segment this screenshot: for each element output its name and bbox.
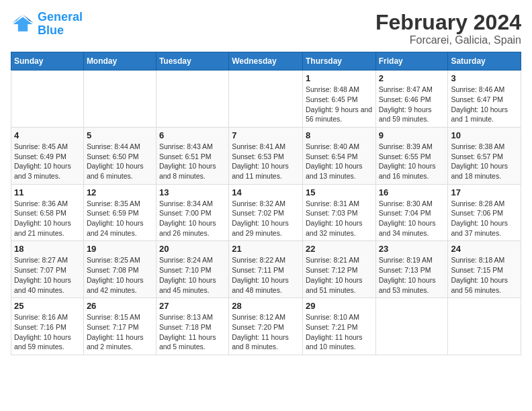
calendar-cell: 7Sunrise: 8:41 AMSunset: 6:53 PMDaylight…: [229, 127, 303, 184]
day-info: Sunrise: 8:39 AMSunset: 6:55 PMDaylight:…: [379, 142, 445, 181]
title-block: February 2024 Forcarei, Galicia, Spain: [375, 11, 521, 46]
page-header: General Blue February 2024 Forcarei, Gal…: [11, 11, 521, 46]
day-number: 18: [14, 244, 81, 254]
day-number: 10: [451, 130, 518, 140]
day-info: Sunrise: 8:36 AMSunset: 6:58 PMDaylight:…: [14, 199, 81, 238]
day-number: 16: [379, 187, 445, 197]
calendar-cell: 17Sunrise: 8:28 AMSunset: 7:06 PMDayligh…: [448, 184, 521, 241]
calendar-cell: 12Sunrise: 8:35 AMSunset: 6:59 PMDayligh…: [83, 184, 156, 241]
day-number: 19: [87, 244, 153, 254]
calendar-cell: 10Sunrise: 8:38 AMSunset: 6:57 PMDayligh…: [448, 127, 521, 184]
day-number: 24: [451, 244, 518, 254]
calendar-cell: 5Sunrise: 8:44 AMSunset: 6:50 PMDaylight…: [83, 127, 156, 184]
day-number: 5: [87, 130, 153, 140]
day-info: Sunrise: 8:22 AMSunset: 7:11 PMDaylight:…: [232, 255, 300, 295]
day-info: Sunrise: 8:25 AMSunset: 7:08 PMDaylight:…: [87, 255, 153, 295]
calendar-cell: [229, 71, 303, 128]
day-info: Sunrise: 8:44 AMSunset: 6:50 PMDaylight:…: [87, 142, 153, 181]
calendar-cell: 22Sunrise: 8:21 AMSunset: 7:12 PMDayligh…: [302, 241, 375, 298]
day-info: Sunrise: 8:48 AMSunset: 6:45 PMDaylight:…: [306, 85, 373, 124]
day-number: 1: [306, 73, 373, 83]
logo: General Blue: [11, 11, 83, 38]
day-info: Sunrise: 8:34 AMSunset: 7:00 PMDaylight:…: [159, 199, 226, 238]
day-info: Sunrise: 8:24 AMSunset: 7:10 PMDaylight:…: [159, 255, 226, 295]
day-info: Sunrise: 8:28 AMSunset: 7:06 PMDaylight:…: [451, 199, 518, 238]
day-header: Tuesday: [156, 52, 228, 71]
calendar-cell: 13Sunrise: 8:34 AMSunset: 7:00 PMDayligh…: [156, 184, 228, 241]
day-number: 20: [159, 244, 226, 254]
calendar-header: SundayMondayTuesdayWednesdayThursdayFrid…: [11, 52, 521, 71]
day-info: Sunrise: 8:15 AMSunset: 7:17 PMDaylight:…: [87, 312, 153, 352]
logo-icon: [11, 12, 35, 36]
calendar-cell: 9Sunrise: 8:39 AMSunset: 6:55 PMDaylight…: [375, 127, 448, 184]
day-info: Sunrise: 8:27 AMSunset: 7:07 PMDaylight:…: [14, 255, 81, 295]
calendar-subtitle: Forcarei, Galicia, Spain: [375, 34, 521, 46]
calendar-cell: 14Sunrise: 8:32 AMSunset: 7:02 PMDayligh…: [229, 184, 303, 241]
calendar-cell: 4Sunrise: 8:45 AMSunset: 6:49 PMDaylight…: [11, 127, 84, 184]
calendar-cell: 18Sunrise: 8:27 AMSunset: 7:07 PMDayligh…: [11, 241, 84, 298]
calendar-cell: [448, 298, 521, 355]
day-number: 13: [159, 187, 226, 197]
calendar-title: February 2024: [375, 11, 521, 34]
day-info: Sunrise: 8:19 AMSunset: 7:13 PMDaylight:…: [379, 255, 445, 295]
day-info: Sunrise: 8:40 AMSunset: 6:54 PMDaylight:…: [306, 142, 373, 181]
day-info: Sunrise: 8:16 AMSunset: 7:16 PMDaylight:…: [14, 312, 81, 352]
day-header: Wednesday: [229, 52, 303, 71]
calendar-body: 1Sunrise: 8:48 AMSunset: 6:45 PMDaylight…: [11, 71, 521, 355]
day-number: 27: [159, 301, 226, 311]
day-header: Monday: [83, 52, 156, 71]
day-header: Friday: [375, 52, 448, 71]
day-number: 26: [87, 301, 153, 311]
day-number: 6: [159, 130, 226, 140]
day-info: Sunrise: 8:18 AMSunset: 7:15 PMDaylight:…: [451, 255, 518, 295]
day-number: 15: [306, 187, 373, 197]
day-info: Sunrise: 8:46 AMSunset: 6:47 PMDaylight:…: [451, 85, 518, 124]
day-number: 21: [232, 244, 300, 254]
day-info: Sunrise: 8:32 AMSunset: 7:02 PMDaylight:…: [232, 199, 300, 238]
day-info: Sunrise: 8:43 AMSunset: 6:51 PMDaylight:…: [159, 142, 226, 181]
calendar-cell: 26Sunrise: 8:15 AMSunset: 7:17 PMDayligh…: [83, 298, 156, 355]
day-number: 14: [232, 187, 300, 197]
day-info: Sunrise: 8:41 AMSunset: 6:53 PMDaylight:…: [232, 142, 300, 181]
day-info: Sunrise: 8:10 AMSunset: 7:21 PMDaylight:…: [306, 312, 373, 352]
day-number: 28: [232, 301, 300, 311]
day-info: Sunrise: 8:21 AMSunset: 7:12 PMDaylight:…: [306, 255, 373, 295]
day-number: 4: [14, 130, 81, 140]
calendar-cell: 3Sunrise: 8:46 AMSunset: 6:47 PMDaylight…: [448, 71, 521, 128]
calendar-cell: 16Sunrise: 8:30 AMSunset: 7:04 PMDayligh…: [375, 184, 448, 241]
day-info: Sunrise: 8:31 AMSunset: 7:03 PMDaylight:…: [306, 199, 373, 238]
logo-text: General Blue: [38, 11, 83, 38]
day-number: 17: [451, 187, 518, 197]
day-number: 22: [306, 244, 373, 254]
day-number: 9: [379, 130, 445, 140]
day-info: Sunrise: 8:12 AMSunset: 7:20 PMDaylight:…: [232, 312, 300, 352]
calendar-cell: [83, 71, 156, 128]
day-header: Saturday: [448, 52, 521, 71]
day-number: 23: [379, 244, 445, 254]
calendar-cell: 1Sunrise: 8:48 AMSunset: 6:45 PMDaylight…: [302, 71, 375, 128]
logo-line1: General: [38, 10, 83, 24]
day-info: Sunrise: 8:45 AMSunset: 6:49 PMDaylight:…: [14, 142, 81, 181]
day-header: Thursday: [302, 52, 375, 71]
day-number: 7: [232, 130, 300, 140]
calendar-cell: 15Sunrise: 8:31 AMSunset: 7:03 PMDayligh…: [302, 184, 375, 241]
calendar-cell: 23Sunrise: 8:19 AMSunset: 7:13 PMDayligh…: [375, 241, 448, 298]
calendar-cell: 21Sunrise: 8:22 AMSunset: 7:11 PMDayligh…: [229, 241, 303, 298]
day-number: 12: [87, 187, 153, 197]
day-info: Sunrise: 8:30 AMSunset: 7:04 PMDaylight:…: [379, 199, 445, 238]
calendar-cell: 28Sunrise: 8:12 AMSunset: 7:20 PMDayligh…: [229, 298, 303, 355]
day-info: Sunrise: 8:38 AMSunset: 6:57 PMDaylight:…: [451, 142, 518, 181]
day-info: Sunrise: 8:35 AMSunset: 6:59 PMDaylight:…: [87, 199, 153, 238]
day-number: 29: [306, 301, 373, 311]
day-number: 3: [451, 73, 518, 83]
calendar-cell: [156, 71, 228, 128]
calendar-cell: 20Sunrise: 8:24 AMSunset: 7:10 PMDayligh…: [156, 241, 228, 298]
calendar-cell: 11Sunrise: 8:36 AMSunset: 6:58 PMDayligh…: [11, 184, 84, 241]
day-number: 2: [379, 73, 445, 83]
day-info: Sunrise: 8:47 AMSunset: 6:46 PMDaylight:…: [379, 85, 445, 124]
day-number: 8: [306, 130, 373, 140]
svg-marker-0: [13, 17, 33, 32]
calendar-table: SundayMondayTuesdayWednesdayThursdayFrid…: [11, 52, 521, 355]
day-info: Sunrise: 8:13 AMSunset: 7:18 PMDaylight:…: [159, 312, 226, 352]
calendar-cell: 2Sunrise: 8:47 AMSunset: 6:46 PMDaylight…: [375, 71, 448, 128]
